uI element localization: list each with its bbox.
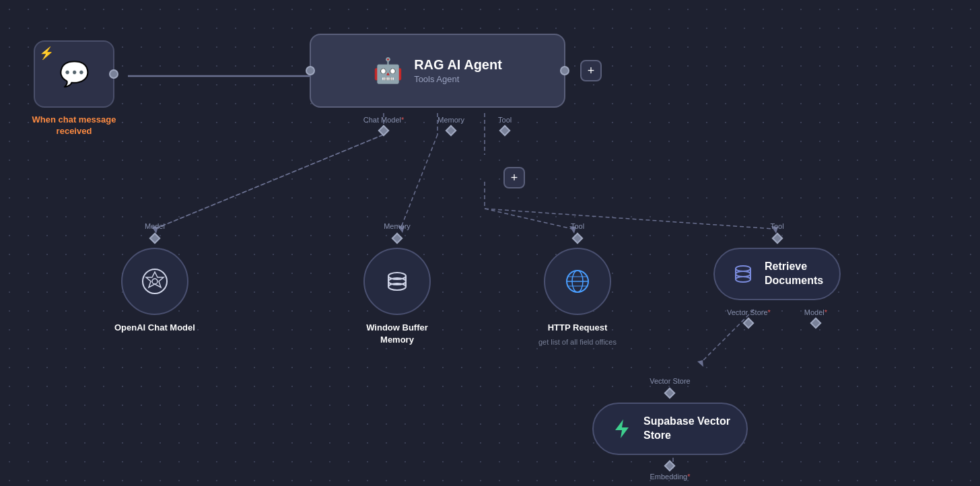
chat-trigger-icon: 💬: [59, 60, 90, 88]
supabase-pill[interactable]: Supabase VectorStore: [592, 403, 748, 455]
memory-node[interactable]: Memory Window BufferMemory: [363, 222, 431, 346]
openai-circle[interactable]: [121, 248, 188, 315]
model-label: Model*: [804, 308, 827, 316]
trigger-output-connector: [109, 69, 118, 79]
memory-circle[interactable]: [363, 248, 431, 315]
rag-agent-node[interactable]: 🤖 RAG AI Agent Tools Agent + Chat Model*…: [310, 34, 565, 135]
supabase-connector-label: Vector Store: [650, 377, 691, 385]
vector-store-label: Vector Store*: [727, 308, 771, 316]
openai-logo-icon: [140, 267, 170, 296]
http-circle[interactable]: [544, 248, 611, 315]
openai-connector-label: Model: [145, 222, 165, 230]
supabase-label: Supabase VectorStore: [643, 415, 730, 443]
memory-node-diamond: [392, 233, 403, 244]
svg-line-6: [400, 135, 438, 229]
model-diamond: [810, 317, 821, 328]
memory-label: Window BufferMemory: [366, 322, 428, 346]
http-sublabel: get list of all field offices: [538, 338, 617, 346]
retrieve-db-icon: [731, 262, 755, 286]
openai-label: OpenAI Chat Model: [114, 322, 195, 334]
tool-label: Tool: [498, 116, 512, 124]
embedding-connector: Embedding*: [650, 462, 691, 481]
svg-line-3: [155, 135, 384, 229]
http-diamond: [571, 233, 583, 244]
http-label: HTTP Request: [548, 322, 608, 334]
openai-diamond: [149, 233, 160, 244]
svg-point-19: [152, 279, 158, 284]
rag-input-connector: [306, 66, 315, 75]
svg-marker-15: [697, 360, 703, 367]
rag-add-icon: +: [588, 64, 595, 78]
rag-agent-box[interactable]: 🤖 RAG AI Agent Tools Agent +: [310, 34, 565, 108]
memory-db-icon: [382, 267, 412, 296]
memory-diamond: [446, 125, 457, 137]
memory-connector-label: Memory: [384, 222, 411, 230]
embedding-label: Embedding*: [650, 473, 691, 481]
rag-title: RAG AI Agent: [414, 57, 502, 73]
model-connector: Model*: [804, 308, 827, 327]
memory-top-label: Memory: [438, 116, 464, 124]
rag-subtitle: Tools Agent: [414, 74, 502, 84]
chat-model-diamond: [378, 125, 390, 137]
supabase-bolt-icon: [610, 417, 634, 441]
svg-line-16: [155, 135, 384, 229]
tool-connector: Tool: [498, 116, 512, 135]
trigger-label: When chat message received: [27, 114, 121, 137]
http-connector-label: Tool: [571, 222, 584, 230]
retrieve-diamond: [771, 233, 783, 244]
supabase-node[interactable]: Vector Store Supabase VectorStore Embedd…: [592, 377, 748, 481]
tool-add-button[interactable]: +: [503, 167, 525, 188]
tool-diamond: [499, 125, 511, 137]
vector-store-diamond: [743, 317, 755, 328]
supabase-diamond: [664, 388, 676, 399]
trigger-node[interactable]: ⚡ 💬 When chat message received: [27, 40, 121, 137]
trigger-bolt-icon: ⚡: [39, 46, 54, 61]
retrieve-node[interactable]: Tool RetrieveDocuments Vector Store* Mod…: [713, 222, 841, 327]
retrieve-connector-label: Tool: [770, 222, 783, 230]
svg-marker-35: [615, 419, 629, 438]
trigger-box[interactable]: ⚡ 💬: [34, 40, 114, 108]
http-globe-icon: [563, 267, 592, 296]
retrieve-pill[interactable]: RetrieveDocuments: [713, 248, 841, 300]
chat-model-connector: Chat Model*: [363, 116, 405, 135]
embedding-diamond: [664, 460, 676, 471]
http-node[interactable]: Tool HTTP Request get list of all field …: [538, 222, 617, 346]
openai-node[interactable]: Model OpenAI Chat Model: [114, 222, 195, 334]
svg-point-31: [736, 271, 750, 277]
svg-point-32: [736, 277, 750, 282]
retrieve-label: RetrieveDocuments: [765, 260, 823, 288]
tool-add-icon: +: [511, 171, 518, 185]
memory-connector: Memory: [438, 116, 464, 135]
rag-add-button[interactable]: +: [580, 60, 602, 81]
rag-output-connector: [560, 66, 569, 75]
chat-model-label: Chat Model*: [363, 116, 405, 124]
rag-robot-icon: 🤖: [373, 57, 403, 85]
vector-store-connector: Vector Store*: [727, 308, 771, 327]
svg-point-30: [736, 266, 750, 271]
